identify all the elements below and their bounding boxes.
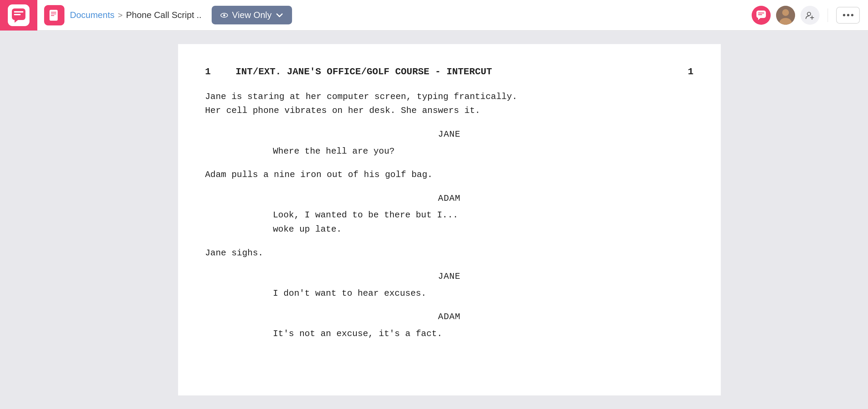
user-avatar[interactable]	[776, 6, 795, 25]
scene-heading-row: 1 INT/EXT. JANE'S OFFICE/GOLF COURSE - I…	[205, 64, 694, 80]
right-scrollbar-area	[858, 31, 868, 409]
svg-point-17	[807, 12, 811, 16]
add-user-icon	[805, 11, 815, 20]
topbar: Documents > Phone Call Script .. View On…	[0, 0, 868, 31]
character-jane-1: JANE	[205, 128, 694, 142]
breadcrumb-separator: >	[118, 11, 123, 20]
svg-rect-12	[758, 14, 762, 15]
character-adam-1: ADAM	[205, 192, 694, 206]
more-options-button[interactable]	[836, 7, 860, 24]
dot-2	[847, 14, 849, 16]
app-icon	[8, 4, 30, 26]
action-2: Adam pulls a nine iron out of his golf b…	[205, 168, 694, 182]
svg-marker-3	[15, 20, 18, 23]
chat-avatar[interactable]	[752, 6, 771, 25]
chat-bubble-icon	[756, 10, 767, 21]
dialogue-jane-1: Where the hell are you?	[205, 144, 694, 159]
scene-heading-text: INT/EXT. JANE'S OFFICE/GOLF COURSE - INT…	[222, 64, 677, 80]
svg-rect-7	[51, 15, 54, 16]
topbar-right	[752, 6, 860, 25]
character-jane-2: JANE	[205, 270, 694, 284]
chat-app-icon	[11, 8, 26, 23]
svg-rect-5	[51, 12, 56, 13]
document-container: 1 INT/EXT. JANE'S OFFICE/GOLF COURSE - I…	[41, 31, 858, 409]
dialogue-adam-2: It's not an excuse, it's a fact.	[205, 327, 694, 341]
action-1: Jane is staring at her computer screen, …	[205, 90, 694, 118]
breadcrumb-documents-link[interactable]: Documents	[70, 10, 115, 20]
doc-icon-wrapper	[44, 5, 64, 25]
view-only-button[interactable]: View Only	[212, 6, 292, 24]
scene-number-left: 1	[205, 64, 222, 80]
action-3: Jane sighs.	[205, 246, 694, 260]
breadcrumb: Documents > Phone Call Script ..	[70, 10, 201, 20]
app-logo-wrapper	[0, 0, 37, 31]
document-page: 1 INT/EXT. JANE'S OFFICE/GOLF COURSE - I…	[178, 44, 721, 395]
main-area: 1 INT/EXT. JANE'S OFFICE/GOLF COURSE - I…	[0, 31, 868, 409]
dialogue-adam-1-text: Look, I wanted to be there but I...woke …	[273, 210, 458, 234]
dot-3	[851, 14, 853, 16]
scene-number-right: 1	[677, 64, 694, 80]
document-icon	[48, 9, 60, 21]
view-only-label: View Only	[232, 10, 272, 20]
user-avatar-image	[776, 6, 795, 25]
topbar-divider	[828, 8, 828, 22]
svg-marker-13	[758, 18, 760, 20]
dialogue-jane-2: I don't want to hear excuses.	[205, 287, 694, 301]
left-sidebar-strip	[0, 31, 41, 409]
add-user-button[interactable]	[801, 6, 819, 25]
breadcrumb-current: Phone Call Script ..	[126, 10, 202, 20]
svg-rect-2	[14, 14, 21, 15]
svg-rect-11	[758, 13, 764, 14]
chevron-down-icon	[275, 11, 284, 20]
action-1-text: Jane is staring at her computer screen, …	[205, 92, 518, 116]
eye-icon	[220, 11, 229, 20]
dot-1	[843, 14, 845, 16]
character-adam-2: ADAM	[205, 310, 694, 324]
svg-rect-1	[14, 11, 23, 13]
svg-point-15	[782, 9, 789, 16]
dialogue-adam-1: Look, I wanted to be there but I...woke …	[205, 208, 694, 236]
svg-point-9	[223, 14, 225, 16]
svg-rect-6	[51, 14, 56, 14]
